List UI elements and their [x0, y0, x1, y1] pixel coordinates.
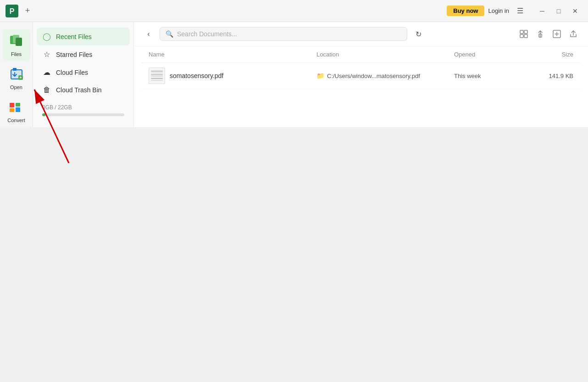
svg-rect-16 — [520, 34, 523, 38]
trash-icon: 🗑 — [42, 86, 51, 94]
sidebar: ◯ Recent Files ☆ Starred Files ☁ Cloud F… — [33, 22, 134, 127]
back-button[interactable]: ‹ — [141, 27, 156, 41]
convert-icon — [8, 99, 25, 116]
sidebar-item-recent[interactable]: ◯ Recent Files — [37, 28, 130, 45]
col-size: Size — [527, 51, 573, 58]
file-location: C:/Users/window...matosensory.pdf — [327, 73, 420, 79]
svg-rect-10 — [10, 103, 14, 107]
svg-rect-12 — [16, 103, 20, 107]
storage-indicator: 0GB / 22GB — [37, 99, 130, 122]
open-icon: + — [8, 66, 25, 83]
svg-rect-7 — [13, 68, 17, 71]
sidebar-item-recent-label: Recent Files — [56, 33, 92, 40]
sidebar-item-starred-label: Starred Files — [56, 51, 92, 58]
sidebar-item-starred[interactable]: ☆ Starred Files — [37, 45, 130, 63]
tools-button[interactable] — [533, 27, 548, 41]
content-toolbar: ‹ 🔍 ↻ — [134, 22, 588, 46]
svg-rect-17 — [524, 34, 527, 38]
svg-rect-4 — [16, 38, 22, 46]
star-icon: ☆ — [42, 50, 51, 59]
refresh-button[interactable]: ↻ — [411, 27, 426, 41]
search-input[interactable] — [177, 30, 401, 38]
toolbar-right-actions — [516, 27, 581, 41]
storage-bar-background — [42, 113, 124, 116]
svg-rect-13 — [16, 107, 20, 112]
svg-text:+: + — [19, 75, 22, 80]
close-button[interactable]: ✕ — [568, 4, 582, 18]
file-name: somatosensory.pdf — [170, 72, 223, 79]
recent-icon: ◯ — [42, 32, 51, 41]
cloud-icon: ☁ — [42, 68, 51, 77]
sidebar-item-trash[interactable]: 🗑 Cloud Trash Bin — [37, 81, 130, 99]
grid-view-button[interactable] — [516, 27, 531, 41]
search-icon: 🔍 — [166, 30, 173, 38]
minimize-button[interactable]: ─ — [535, 4, 549, 18]
nav-item-open[interactable]: + Open — [3, 62, 30, 94]
storage-label: 0GB / 22GB — [42, 104, 124, 111]
app-logo: P — [6, 5, 18, 17]
file-name-cell: somatosensory.pdf — [149, 67, 316, 84]
file-opened: This week — [454, 73, 527, 79]
pdf-thumbnail — [149, 67, 165, 84]
main-layout: Files + Open — [0, 22, 588, 127]
svg-text:P: P — [10, 7, 15, 15]
nav-item-convert[interactable]: Convert — [3, 96, 30, 127]
nav-item-convert-label: Convert — [7, 118, 25, 123]
title-bar-left: P + — [6, 5, 33, 17]
title-bar: P + Buy now Login in ☰ ─ □ ✕ — [0, 0, 588, 22]
buy-now-button[interactable]: Buy now — [447, 6, 484, 16]
table-row[interactable]: somatosensory.pdf 📁 C:/Users/window...ma… — [141, 63, 581, 89]
maximize-button[interactable]: □ — [551, 4, 566, 18]
sidebar-item-cloud-label: Cloud Files — [56, 69, 88, 76]
add-button[interactable] — [549, 27, 564, 41]
table-header: Name Location Opened Size — [141, 46, 581, 63]
col-name: Name — [149, 51, 316, 58]
search-box: 🔍 — [160, 27, 407, 41]
folder-icon: 📁 — [316, 72, 324, 79]
nav-item-files[interactable]: Files — [3, 29, 30, 61]
title-bar-right: Buy now Login in ☰ ─ □ ✕ — [447, 4, 582, 18]
file-size: 141.9 KB — [527, 73, 573, 79]
content-area: ‹ 🔍 ↻ — [134, 22, 588, 127]
file-table: Name Location Opened Size — [134, 46, 588, 127]
nav-item-files-label: Files — [11, 51, 22, 57]
col-location: Location — [316, 51, 454, 58]
share-button[interactable] — [566, 27, 581, 41]
storage-bar-fill — [42, 113, 45, 116]
menu-button[interactable]: ☰ — [513, 4, 527, 18]
sidebar-item-cloud[interactable]: ☁ Cloud Files — [37, 63, 130, 81]
svg-rect-11 — [10, 108, 14, 112]
nav-item-open-label: Open — [10, 84, 22, 90]
col-opened: Opened — [454, 51, 527, 58]
sidebar-item-trash-label: Cloud Trash Bin — [56, 86, 102, 94]
login-button[interactable]: Login in — [488, 7, 509, 14]
files-icon — [8, 33, 25, 50]
file-location-cell: 📁 C:/Users/window...matosensory.pdf — [316, 72, 454, 79]
nav-bar: Files + Open — [0, 22, 33, 127]
window-controls: ─ □ ✕ — [535, 4, 582, 18]
new-tab-button[interactable]: + — [22, 6, 33, 17]
svg-rect-14 — [520, 30, 523, 34]
svg-rect-15 — [524, 30, 527, 34]
